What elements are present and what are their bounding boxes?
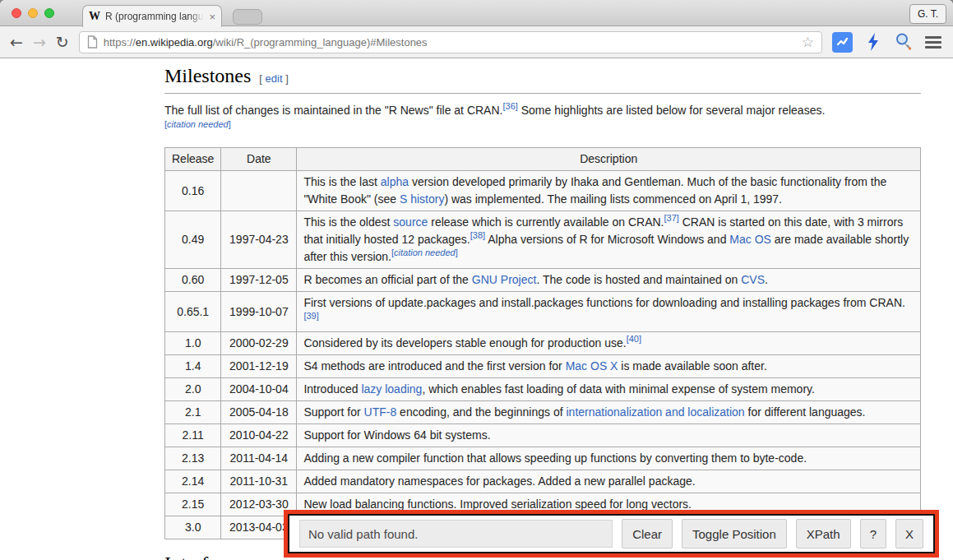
window-close-button[interactable]: [12, 8, 21, 18]
wiki-link[interactable]: source: [393, 215, 428, 229]
date-cell: 2011-10-31: [221, 470, 297, 493]
interfaces-heading-text: Interfaces: [164, 553, 243, 560]
date-cell: 1997-12-05: [221, 269, 297, 292]
browser-tab[interactable]: W R (programming language) ×: [82, 5, 222, 27]
description-column-header: Description: [297, 148, 921, 171]
checker-extension-icon[interactable]: [832, 32, 853, 53]
window-zoom-button[interactable]: [44, 8, 54, 18]
wiki-link[interactable]: internationalization and localization: [566, 405, 744, 419]
url-protocol: https://: [104, 36, 136, 49]
milestones-edit-link[interactable]: edit: [266, 72, 283, 85]
wiki-link[interactable]: UTF-8: [364, 405, 397, 419]
release-cell: 1.0: [165, 332, 221, 355]
titlebar: W R (programming language) × G. T.: [0, 0, 953, 26]
description-cell: Support for UTF-8 encoding, and the begi…: [297, 401, 921, 424]
table-row: 2.132011-04-14Adding a new compiler func…: [165, 447, 921, 470]
wiki-link[interactable]: GNU Project: [472, 273, 537, 286]
table-row: 1.02000-02-29Considered by its developer…: [165, 332, 921, 355]
profile-button[interactable]: G. T.: [909, 4, 946, 24]
date-cell: 2004-10-04: [221, 378, 297, 401]
release-cell: 2.14: [165, 470, 221, 493]
milestones-heading-text: Milestones: [164, 65, 251, 86]
release-cell: 2.11: [165, 424, 221, 447]
reference-link[interactable]: [38]: [470, 230, 485, 240]
new-tab-button[interactable]: [233, 9, 262, 25]
release-cell: 0.16: [165, 171, 221, 211]
release-column-header: Release: [165, 148, 221, 171]
forward-icon: →: [33, 35, 46, 50]
release-cell: 2.15: [165, 493, 221, 516]
date-cell: 2001-12-19: [221, 355, 297, 378]
table-row: 0.491997-04-23This is the oldest source …: [165, 211, 921, 269]
table-row: 0.601997-12-05R becomes an official part…: [165, 269, 921, 292]
table-row: 2.12005-04-18Support for UTF-8 encoding,…: [165, 401, 921, 424]
reference-link[interactable]: [36]: [502, 101, 517, 111]
description-cell: First versions of update.packages and in…: [297, 292, 921, 332]
date-cell: [221, 171, 297, 211]
wiki-link[interactable]: Mac OS: [729, 233, 771, 246]
description-cell: Added mandatory namespaces for packages.…: [297, 470, 921, 493]
date-cell: 2005-04-18: [221, 401, 297, 424]
url-path: /wiki/R_(programming_language)#Milestone…: [213, 36, 428, 49]
date-cell: 2000-02-29: [221, 332, 297, 355]
window-controls: [12, 8, 54, 18]
tab-title: R (programming language): [105, 11, 204, 22]
xpath-helper-panel: No valid path found. Clear Toggle Positi…: [288, 514, 935, 553]
wiki-link[interactable]: alpha: [381, 175, 409, 188]
toggle-position-button[interactable]: Toggle Position: [682, 519, 787, 548]
description-cell: Adding a new compiler function that allo…: [297, 447, 921, 470]
table-row: 2.142011-10-31Added mandatory namespaces…: [165, 470, 921, 493]
bookmark-star-icon[interactable]: ☆: [802, 35, 814, 49]
reference-link[interactable]: [40]: [627, 334, 641, 344]
description-cell: This is the oldest source release which …: [297, 211, 921, 269]
wiki-link[interactable]: Mac OS X: [566, 359, 618, 373]
reference-link[interactable]: [37]: [664, 213, 678, 223]
browser-toolbar: ← → ↻ https://en.wikipedia.org/wiki/R_(p…: [0, 26, 953, 58]
xpath-helper-overlay: No valid path found. Clear Toggle Positi…: [284, 510, 939, 558]
help-button[interactable]: ?: [860, 519, 886, 548]
table-header-row: Release Date Description: [165, 148, 921, 171]
date-cell: 1999-10-07: [221, 292, 297, 332]
description-cell: Considered by its developers stable enou…: [297, 332, 921, 355]
lightning-extension-icon[interactable]: [863, 32, 883, 53]
release-cell: 2.0: [165, 378, 221, 401]
url-bar[interactable]: https://en.wikipedia.org/wiki/R_(program…: [79, 31, 822, 53]
release-cell: 2.13: [165, 447, 221, 470]
hamburger-menu-icon[interactable]: [923, 35, 943, 50]
date-cell: 2011-04-14: [221, 447, 297, 470]
release-cell: 0.65.1: [165, 292, 221, 332]
table-row: 2.02004-10-04Introduced lazy loading, wh…: [165, 378, 921, 401]
xpath-status-field[interactable]: No valid path found.: [299, 520, 613, 548]
description-cell: R becomes an official part of the GNU Pr…: [297, 269, 921, 292]
intro-paragraph: The full list of changes is maintained i…: [164, 101, 826, 137]
magnifier-extension-icon[interactable]: [893, 32, 914, 53]
wikipedia-favicon-icon: W: [89, 11, 100, 22]
release-cell: 3.0: [165, 516, 221, 539]
clear-button[interactable]: Clear: [622, 519, 673, 548]
window-minimize-button[interactable]: [28, 8, 38, 18]
milestones-table: Release Date Description 0.16This is the…: [164, 147, 921, 539]
table-row: 2.112010-04-22Support for Windows 64 bit…: [165, 424, 921, 447]
xpath-button[interactable]: XPath: [796, 519, 851, 548]
url-domain: en.wikipedia.org: [136, 36, 213, 49]
reference-link[interactable]: [39]: [303, 311, 318, 321]
citation-needed-link[interactable]: [citation needed]: [391, 248, 458, 257]
back-icon[interactable]: ←: [10, 35, 23, 50]
reload-icon[interactable]: ↻: [56, 35, 69, 50]
citation-needed-link[interactable]: [citation needed]: [164, 119, 231, 129]
tab-close-icon[interactable]: ×: [209, 12, 215, 22]
release-cell: 0.49: [165, 211, 221, 269]
description-cell: This is the last alpha version developed…: [297, 171, 921, 211]
date-cell: 2010-04-22: [221, 424, 297, 447]
date-column-header: Date: [221, 148, 297, 171]
wiki-link[interactable]: CVS: [741, 273, 765, 286]
wiki-link[interactable]: lazy loading: [361, 382, 422, 396]
milestones-heading: Milestones[ edit ]: [164, 64, 921, 94]
description-cell: S4 methods are introduced and the first …: [297, 355, 921, 378]
wiki-link[interactable]: S history: [400, 192, 444, 206]
page-document-icon: [87, 35, 98, 49]
description-cell: Introduced lazy loading, which enables f…: [297, 378, 921, 401]
wiki-page-content: Milestones[ edit ] The full list of chan…: [0, 59, 953, 560]
close-button[interactable]: X: [895, 519, 923, 548]
release-cell: 0.60: [165, 269, 221, 292]
